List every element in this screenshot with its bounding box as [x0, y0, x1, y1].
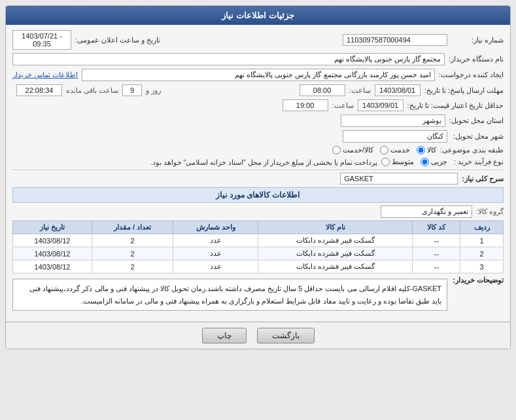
price-date: 1403/09/01 — [358, 99, 404, 111]
notes-text: GASKET-کلیه اقلام ارسالی می بایست حداقل … — [12, 279, 447, 311]
radio-service[interactable]: خدمت — [380, 146, 410, 154]
col-code: کد کالا — [413, 221, 460, 234]
reply-time-label: ساعت: — [349, 86, 371, 95]
col-row: ردیف — [460, 221, 504, 234]
category-label: طبقه بندی موضوعی: — [440, 146, 504, 154]
creator-value: امید حسن پور کارمند بازرگانی مجتمع گاز پ… — [82, 69, 435, 81]
notes-label: توضیحات خریدار: — [451, 276, 504, 285]
date-value: 1403/07/21 - 09:35 — [12, 30, 71, 50]
buyer-label: نام دستگاه خریدار: — [449, 55, 504, 63]
request-number-label: شماره نیاز: — [451, 36, 504, 44]
reply-days: 9 — [122, 84, 142, 96]
panel-header: جزئیات اطلاعات نیاز — [6, 6, 510, 25]
request-number-value: 1103097587000494 — [343, 34, 447, 46]
search-value: GASKET — [340, 173, 458, 184]
col-unit: واحد شمارش — [173, 221, 258, 234]
reply-days-label: روز و — [146, 86, 161, 95]
creator-label: ایجاد کننده درخواست: — [439, 71, 504, 79]
contact-link[interactable]: اطلاعات تماس خریدار — [12, 71, 78, 79]
bottom-buttons: بازگشت چاپ — [6, 322, 510, 349]
radio-goods[interactable]: کالا/خدمت — [332, 146, 373, 154]
province-value: بوشهر — [341, 114, 445, 127]
col-name: نام کالا — [258, 221, 413, 234]
radio-partial[interactable]: متوسط — [381, 158, 414, 166]
table-body: 1--گسکت فیبر فشرده دابکاتعدد21403/08/122… — [13, 234, 504, 273]
reply-time: 08:00 — [300, 84, 345, 96]
goods-table: ردیف کد کالا نام کالا واحد شمارش تعداد /… — [12, 220, 504, 273]
table-row: 3--گسکت فیبر فشرده دابکاتعدد21403/08/12 — [13, 260, 504, 273]
search-label: سرح کلی نیاز: — [462, 175, 504, 183]
date-time-label: تاریخ و ساعت اعلان عمومی: — [75, 36, 160, 44]
category-radio-group: کالا/خدمت خدمت کالا — [332, 146, 436, 154]
province-label: استان محل تحویل: — [449, 116, 504, 125]
price-time-label: ساعت: — [332, 101, 354, 110]
reply-hours-label: ساعت باقی مانده — [66, 86, 118, 95]
separator-1 — [12, 169, 504, 170]
back-button[interactable]: بازگشت — [257, 328, 315, 343]
purchase-radio-group: متوسط جزیی — [381, 158, 447, 166]
print-button[interactable]: چاپ — [202, 328, 247, 343]
purchase-type-label: نوع فرآیند خرید : — [451, 158, 504, 166]
col-date: تاریخ نیاز — [13, 221, 92, 234]
goods-group-label: گروه کالا: — [476, 207, 504, 216]
radio-goods-only[interactable]: کالا — [417, 146, 436, 154]
table-header: ردیف کد کالا نام کالا واحد شمارش تعداد /… — [13, 221, 504, 234]
price-deadline-label: حداقل تاریخ اعتبار قیمت: تا تاریخ: — [407, 101, 504, 110]
city-value: کنگان — [343, 130, 447, 143]
reply-remaining: 22:08:34 — [16, 84, 62, 96]
buyer-value: مجتمع گاز پارس جنوبی پالایشگاه نهم — [12, 53, 445, 65]
reply-date: 1403/08/01 — [375, 84, 421, 96]
panel-title: جزئیات اطلاعات نیاز — [222, 10, 294, 20]
radio-medium[interactable]: جزیی — [421, 158, 447, 166]
city-label: شهر محل تحویل: — [451, 132, 504, 141]
price-time: 19:00 — [283, 99, 328, 111]
table-row: 1--گسکت فیبر فشرده دابکاتعدد21403/08/12 — [13, 234, 504, 247]
col-qty: تعداد / مقدار — [92, 221, 173, 234]
purchase-note: پرداخت تمام یا بخشی از مبلغ خریدار از مح… — [150, 158, 377, 166]
reply-deadline-label: مهلت ارسال پاسخ: تا تاریخ: — [424, 86, 504, 95]
table-row: 2--گسکت فیبر فشرده دابکاتعدد21403/08/12 — [13, 247, 504, 260]
goods-section-title: اطلاعات کالاهای مورد نیاز — [12, 187, 504, 203]
goods-group-value: تعمیر و نگهداری — [381, 205, 472, 218]
